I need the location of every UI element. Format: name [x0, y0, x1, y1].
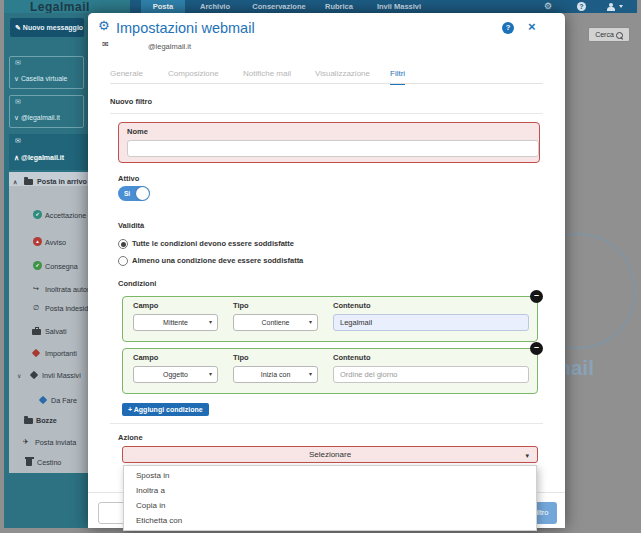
menu-item-inoltra-a[interactable]: Inoltra a [124, 483, 536, 498]
user-icon[interactable] [607, 3, 615, 11]
menu-item-copia-in[interactable]: Copia in [124, 498, 536, 513]
chevron-down-icon[interactable]: ∨ [17, 372, 21, 379]
tab-notifiche-mail[interactable]: Notifiche mail [243, 69, 291, 83]
caret-down-icon: ▾ [309, 315, 312, 330]
plane-icon: ✈ [23, 437, 29, 446]
tabs-divider [110, 83, 543, 84]
folder-da-fare[interactable]: Da Fare [9, 394, 88, 408]
campo-select[interactable]: Mittente▾ [133, 314, 218, 331]
alert-icon: ▲ [33, 237, 42, 246]
nome-input[interactable] [127, 140, 539, 157]
folder-salvati[interactable]: Salvati [9, 325, 88, 339]
envelope-icon: ✉ [15, 137, 21, 145]
nav-item-posta[interactable]: Posta [141, 0, 185, 13]
validita-label: Validità [118, 221, 144, 230]
nav-item-rubrica[interactable]: Rubrica [318, 0, 360, 13]
briefcase-icon [32, 329, 41, 335]
chevron-down-icon [619, 5, 623, 8]
folder-importanti[interactable]: Importanti [9, 347, 88, 361]
blocked-icon: ∅ [33, 303, 39, 312]
tab-visualizzazione[interactable]: Visualizzazione [315, 69, 370, 83]
account-casella-virtuale[interactable]: ✉ ∨ Casella virtuale [9, 56, 84, 89]
compose-icon: ✎ [15, 24, 21, 31]
tipo-select[interactable]: Contiene▾ [233, 314, 318, 331]
menu-item-etichetta-con[interactable]: Etichetta con [124, 513, 536, 528]
tipo-select[interactable]: Inizia con▾ [233, 366, 318, 383]
tag-icon [32, 349, 40, 357]
search-icon [616, 32, 623, 39]
divider [110, 423, 543, 424]
remove-condition-button[interactable]: – [530, 290, 543, 303]
add-condition-button[interactable]: + Aggiungi condizione [122, 403, 209, 416]
radio-selected-icon[interactable] [118, 239, 128, 249]
account-email: @legalmail.it [148, 42, 191, 51]
contenuto-input[interactable] [333, 366, 529, 383]
campo-label: Campo [133, 301, 158, 310]
folder-inoltrata[interactable]: ↪ Inoltrata automaticamente [9, 283, 88, 297]
menu-item-sposta-in[interactable]: Sposta in [124, 468, 536, 483]
settings-modal: ⚙ Impostazioni webmail ? × ✉ @legalmail.… [88, 13, 565, 528]
trash-icon [26, 459, 32, 466]
close-icon[interactable]: × [528, 19, 536, 34]
modal-title: Impostazioni webmail [116, 20, 255, 36]
tab-generale[interactable]: Generale [110, 69, 143, 83]
campo-select[interactable]: Oggetto▾ [133, 366, 218, 383]
folder-cestino[interactable]: Cestino [9, 456, 88, 470]
caret-down-icon: ▾ [525, 448, 529, 463]
chevron-up-icon[interactable]: ∧ [13, 178, 17, 185]
attivo-toggle[interactable]: Si [118, 186, 150, 201]
contenuto-label: Contenuto [333, 301, 371, 310]
folder-icon [24, 179, 33, 185]
account-legalmail-selected[interactable]: ✉ ∧ @legalmail.it [9, 134, 88, 170]
search-button[interactable]: Cerca [588, 27, 630, 42]
folder-invii-massivi[interactable]: ∨ Invii Massivi [9, 369, 88, 383]
tipo-label: Tipo [233, 301, 249, 310]
chevron-down-icon[interactable]: ∨ [14, 75, 19, 82]
tipo-label: Tipo [233, 353, 249, 362]
azione-label: Azione [118, 433, 143, 442]
contenuto-label: Contenuto [333, 353, 371, 362]
folder-posta-indesiderata[interactable]: ∅ Posta indesiderata [9, 302, 88, 316]
tab-composizione[interactable]: Composizione [168, 69, 219, 83]
account-legalmail-1[interactable]: ✉ ∨ @legalmail.it [9, 95, 84, 128]
nome-field-group: Nome [118, 122, 540, 163]
envelope-icon: ✉ [15, 59, 21, 67]
radio-unselected-icon[interactable] [118, 256, 128, 266]
nav-item-archivio[interactable]: Archivio [193, 0, 237, 13]
azione-dropdown-menu: Sposta in Inoltra a Copia in Etichetta c… [123, 465, 537, 531]
modal-help-icon[interactable]: ? [502, 22, 514, 34]
caret-down-icon: ▾ [309, 367, 312, 382]
condizioni-label: Condizioni [118, 279, 156, 288]
folder-accettazione[interactable]: ✓ Accettazione [9, 209, 88, 223]
folder-posta-in-arrivo[interactable]: ∧ Posta in arrivo [9, 172, 88, 186]
folder-sidebar: ✎ Nuovo messaggio ✉ ∨ Casella virtuale ✉… [4, 13, 88, 528]
divider [110, 113, 543, 114]
gear-icon: ⚙ [98, 18, 110, 33]
attivo-label: Attivo [118, 174, 139, 183]
condition-card-1: – Campo Tipo Contenuto Mittente▾ Contien… [122, 296, 538, 342]
envelope-icon: ✉ [15, 98, 21, 106]
azione-select[interactable]: Selezionare ▾ [122, 446, 538, 463]
nav-item-conservazione[interactable]: Conservazione [246, 0, 312, 13]
check-icon: ✓ [33, 261, 42, 270]
chevron-down-icon[interactable]: ∨ [14, 114, 19, 121]
forward-icon: ↪ [33, 284, 39, 293]
folder-consegna[interactable]: ✓ Consegna [9, 260, 88, 274]
toggle-knob [136, 187, 149, 200]
folder-bozze[interactable]: Bozze [9, 414, 88, 428]
campo-label: Campo [133, 353, 158, 362]
new-message-button[interactable]: ✎ Nuovo messaggio [10, 18, 84, 37]
folder-panel: ∧ Posta in arrivo ✓ Accettazione ▲ Avvis… [9, 172, 88, 473]
gear-icon[interactable]: ⚙ [544, 1, 552, 12]
legalmail-logo: Legalmail [30, 0, 90, 14]
help-icon[interactable]: ? [577, 2, 586, 11]
chevron-up-icon[interactable]: ∧ [14, 154, 19, 161]
folder-avviso[interactable]: ▲ Avviso [9, 236, 88, 250]
tag-icon [39, 396, 47, 404]
contenuto-input[interactable] [333, 314, 529, 331]
tag-icon [30, 371, 38, 379]
toggle-on-label: Si [124, 190, 130, 197]
nav-item-invii-massivi[interactable]: Invii Massivi [370, 0, 428, 13]
folder-posta-inviata[interactable]: ✈ Posta inviata [9, 436, 88, 450]
remove-condition-button[interactable]: – [530, 342, 543, 355]
